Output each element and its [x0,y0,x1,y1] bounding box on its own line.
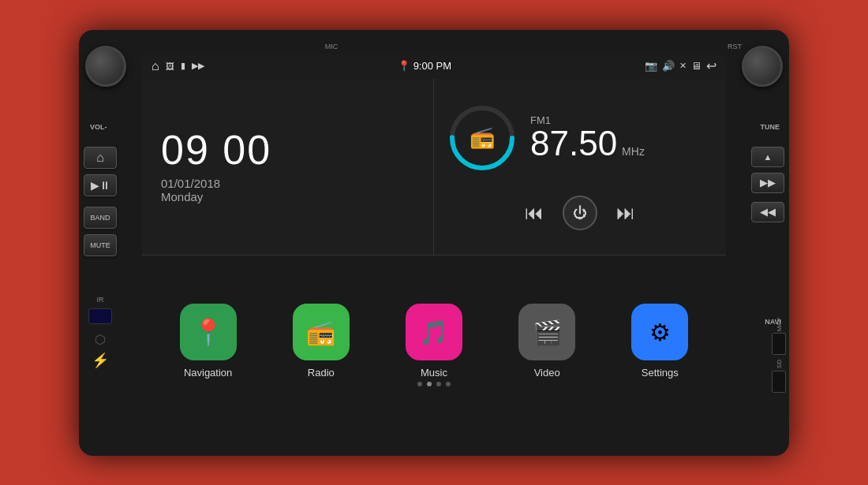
status-center: 📍 9:00 PM [398,60,451,72]
ir-label: IR [97,296,104,304]
music-label: Music [421,367,447,379]
speaker-status-icon: 🔊 [662,60,675,72]
content-grid: 09 00 01/01/2018 Monday 📻 [142,79,726,432]
map-label: MAP [776,318,783,331]
skip-back-button[interactable]: ◀◀ [751,202,784,222]
fm-info: FM1 87.50 MHz [530,114,645,161]
battery-icon: ▮ [181,61,185,71]
apps-panel: 📍 Navigation 📻 Radio 🎵 [142,256,726,432]
android-back-icon[interactable]: ↩ [706,58,716,73]
left-buttons: ⌂ ▶⏸ BAND MUTE [84,147,117,256]
camera-status-icon: 📷 [645,60,657,72]
fm-frequency: 87.50 [530,126,617,161]
right-buttons: ▲ ▶▶ ◀◀ [751,147,784,222]
play-button[interactable]: ▶⏸ [84,174,117,196]
rst-label: RST [728,43,742,50]
vol-label: VOL- [90,123,107,131]
left-knob[interactable] [85,46,126,87]
photo-icon: 🖼 [166,62,174,71]
skip-forward-button[interactable]: ▶▶ [751,173,784,193]
navigation-emoji: 📍 [193,317,224,347]
video-emoji: 🎬 [533,319,562,346]
monitor-icon: 🖥 [691,60,702,72]
map-slot [772,333,786,355]
sd-label: SD [776,360,783,368]
dot-4 [446,382,451,386]
app-navigation[interactable]: 📍 Navigation [169,304,248,379]
radio-icon: 📻 [293,304,350,360]
dot-indicator [417,382,451,386]
ir-slot [88,308,112,324]
close-status-icon[interactable]: ✕ [679,61,687,71]
clock-panel: 09 00 01/01/2018 Monday [142,79,434,256]
status-left: ⌂ 🖼 ▮ ▶▶ [152,59,204,73]
settings-icon: ⚙ [631,304,688,360]
location-pin-icon: 📍 [398,60,410,72]
navigation-icon: 📍 [180,304,237,360]
apps-row: 📍 Navigation 📻 Radio 🎵 [155,304,713,379]
video-label: Video [534,367,560,379]
radio-controls: ⏮ ⏻ ⏭ [447,196,713,230]
music-icon: 🎵 [406,304,462,360]
home-button[interactable]: ⌂ [84,147,117,169]
navigation-label: Navigation [184,367,232,379]
tune-label: TUNE [761,123,780,131]
status-right: 📷 🔊 ✕ 🖥 ↩ [645,58,716,73]
power-icon: ⏻ [573,205,587,222]
prev-button[interactable]: ⏮ [525,202,544,224]
settings-label: Settings [642,367,679,379]
next-button[interactable]: ⏭ [616,202,635,224]
radio-panel: 📻 FM1 87.50 MHz ⏮ ⏻ [434,79,726,256]
fm-unit: MHz [622,145,645,158]
usb-mini-icon: ⬡ [95,332,106,347]
sd-slot [772,371,786,393]
radio-circle: 📻 [447,103,518,173]
radio-center-icon: 📻 [470,125,495,150]
radio-top-row: 📻 FM1 87.50 MHz [447,103,713,173]
power-button[interactable]: ⏻ [563,196,597,230]
clock-day: Monday [161,190,414,203]
app-settings[interactable]: ⚙ Settings [620,304,699,379]
app-radio[interactable]: 📻 Radio [282,304,361,379]
band-button[interactable]: BAND [84,207,117,229]
radio-label: Radio [308,367,335,379]
screen: ⌂ 🖼 ▮ ▶▶ 📍 9:00 PM 📷 🔊 ✕ 🖥 ↩ 09 00 [142,54,726,432]
video-icon: 🎬 [518,304,575,360]
clock-time: 09 00 [161,129,414,170]
music-emoji: 🎵 [419,319,448,346]
status-time: 9:00 PM [413,60,451,72]
settings-emoji: ⚙ [649,319,671,346]
tune-up-button[interactable]: ▲ [751,147,784,167]
right-knob[interactable] [742,46,783,87]
home-icon[interactable]: ⌂ [152,59,159,73]
app-music[interactable]: 🎵 Music [395,304,473,379]
radio-emoji: 📻 [306,319,335,346]
status-bar: ⌂ 🖼 ▮ ▶▶ 📍 9:00 PM 📷 🔊 ✕ 🖥 ↩ [142,54,726,79]
dot-3 [436,382,441,386]
signal-icon: ▶▶ [192,61,204,71]
mute-button[interactable]: MUTE [84,234,117,256]
dot-2 [427,382,432,386]
app-video[interactable]: 🎬 Video [507,304,586,379]
usb-icon: ⚡ [92,352,109,369]
dot-1 [417,382,422,386]
car-unit: MIC RST VOL- ⌂ ▶⏸ BAND MUTE IR ⬡ ⚡ TUNE … [79,30,789,456]
mic-label: MIC [325,43,339,50]
fm-freq-row: 87.50 MHz [530,126,645,161]
clock-date: 01/01/2018 [161,177,414,190]
